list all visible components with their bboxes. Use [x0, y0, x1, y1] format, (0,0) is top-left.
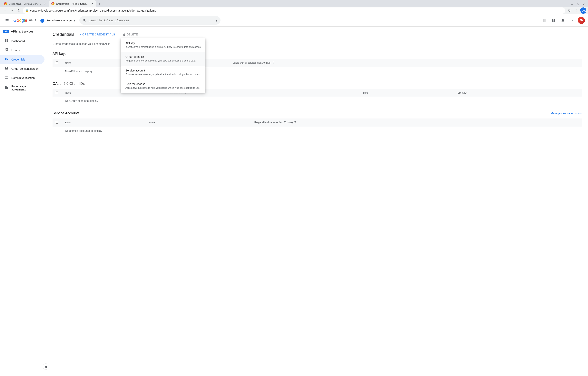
dropdown-api-key-title: API key — [125, 42, 201, 45]
service-usage-header: Usage with all services (last 30 days) ? — [251, 118, 582, 127]
sidebar-item-page-usage[interactable]: Page usage agreements — [0, 83, 44, 94]
service-checkbox-header — [53, 118, 62, 127]
browser-tab-1[interactable]: G Credentials – APIs & Services – d... ✕ — [1, 0, 49, 7]
lock-icon: 🔒 — [25, 9, 29, 12]
dropdown-item-service-account[interactable]: Service account Enables server-to-server… — [121, 66, 205, 80]
service-accounts-header: Service Accounts Manage service accounts — [53, 111, 582, 115]
service-accounts-table: Email Name ↑ Usage with all services (la… — [53, 118, 582, 135]
service-email-header: Email — [62, 118, 145, 127]
guest-label: Guest — [579, 9, 587, 12]
forward-button[interactable]: → — [9, 7, 15, 14]
browser-tab-2[interactable]: G Credentials – APIs & Services – d... ✕ — [49, 0, 96, 7]
tab2-title: Credentials – APIs & Services – d... — [56, 2, 90, 5]
manage-service-accounts-link[interactable]: Manage service accounts — [551, 112, 582, 115]
restore-button[interactable]: ⧉ — [575, 1, 581, 7]
browser-toolbar: ← → ↻ 🔒 console.developers.google.com/ap… — [0, 7, 588, 14]
sidebar-item-oauth-label: OAuth consent screen — [11, 67, 39, 70]
sidebar-item-dashboard[interactable]: Dashboard — [0, 36, 44, 46]
delete-button[interactable]: 🗑 DELETE — [120, 31, 140, 38]
collapse-sidebar-button[interactable]: ◀| — [43, 364, 49, 370]
tab2-close-icon[interactable]: ✕ — [91, 2, 94, 5]
sidebar-title: APIs & Services — [11, 30, 33, 33]
sidebar-item-library[interactable]: Library — [0, 46, 44, 55]
dropdown-api-key-desc: Identifies your project using a simple A… — [125, 45, 201, 49]
oauth-icon — [5, 66, 8, 71]
sidebar-item-credentials[interactable]: Credentials — [0, 55, 44, 64]
tab1-favicon: G — [4, 2, 7, 5]
api-keys-checkbox-header — [53, 59, 62, 67]
dropdown-help-desc: Asks a few questions to help you decide … — [125, 86, 201, 90]
url-text: console.developers.google.com/apis/crede… — [30, 9, 563, 12]
apis-label: APIs — [29, 18, 36, 22]
more-options-icon-button[interactable]: ⋮ — [568, 16, 576, 24]
more-button[interactable]: ⋮ — [573, 7, 579, 14]
back-button[interactable]: ← — [1, 7, 8, 14]
collapse-icon: ◀| — [44, 365, 47, 369]
service-name-sort-icon[interactable]: ↑ — [156, 121, 158, 124]
browser-chrome: G Credentials – APIs & Services – d... ✕… — [0, 0, 588, 14]
service-accounts-section-title: Service Accounts — [53, 111, 80, 115]
sidebar-item-domain-label: Domain verification — [11, 76, 35, 80]
credentials-icon — [5, 57, 8, 62]
sidebar-item-library-label: Library — [11, 49, 20, 52]
sidebar-item-oauth[interactable]: OAuth consent screen — [0, 64, 44, 73]
avatar-label: 3D — [580, 19, 583, 22]
api-keys-select-all[interactable] — [56, 62, 58, 64]
service-no-data-row: No service accounts to display — [53, 127, 582, 135]
sidebar-header: API APIs & Services — [0, 28, 46, 36]
tab1-close-icon[interactable]: ✕ — [44, 2, 46, 5]
minimize-button[interactable]: ─ — [569, 1, 575, 7]
oauth-no-data-row: No OAuth clients to display — [53, 97, 582, 105]
create-credentials-button[interactable]: + CREATE CREDENTIALS — [77, 31, 118, 38]
create-credentials-dropdown: API key Identifies your project using a … — [121, 38, 205, 93]
search-input[interactable] — [88, 19, 213, 22]
search-icon — [83, 19, 86, 22]
api-keys-usage-help-icon[interactable]: ? — [273, 61, 274, 65]
header-right: ⋮ 3D — [540, 16, 585, 24]
sidebar-item-page-usage-label: Page usage agreements — [11, 85, 40, 91]
dropdown-item-help-me-choose[interactable]: Help me choose Asks a few questions to h… — [121, 79, 205, 93]
tab1-title: Credentials – APIs & Services – d... — [9, 2, 42, 5]
app-header: Google APIs ⬤ discord-user-manager ▾ ▾ ⋮… — [0, 14, 588, 27]
oauth-checkbox-header — [53, 89, 62, 97]
user-avatar[interactable]: 3D — [578, 17, 585, 24]
page-title: Credentials — [53, 32, 74, 37]
dropdown-service-desc: Enables server-to-server, app-level auth… — [125, 73, 201, 76]
dropdown-help-title: Help me choose — [125, 83, 201, 86]
search-bar[interactable]: ▾ — [79, 16, 221, 25]
oauth-type-header: Type — [360, 89, 454, 97]
page-usage-icon — [5, 86, 8, 90]
address-bar[interactable]: 🔒 console.developers.google.com/apis/cre… — [23, 7, 565, 14]
dropdown-item-oauth-client-id[interactable]: OAuth client ID Requests user consent so… — [121, 52, 205, 66]
google-logo-text: Google — [13, 18, 27, 23]
guest-avatar[interactable]: Guest — [580, 7, 587, 14]
tab-bar: G Credentials – APIs & Services – d... ✕… — [0, 0, 588, 7]
google-apis-logo[interactable]: Google APIs — [13, 18, 36, 23]
oauth-select-all[interactable] — [56, 91, 58, 94]
oauth-no-data: No OAuth clients to display — [62, 97, 582, 105]
service-usage-help-icon[interactable]: ? — [294, 121, 296, 124]
api-keys-usage-header: Usage with all services (last 30 days) ? — [229, 59, 582, 67]
hamburger-menu[interactable] — [3, 16, 11, 24]
service-select-all[interactable] — [56, 121, 58, 124]
search-expand-icon[interactable]: ▾ — [215, 18, 217, 23]
extensions-button[interactable]: ⧉ — [566, 7, 572, 14]
library-icon — [5, 48, 8, 52]
apps-icon-button[interactable] — [540, 16, 548, 24]
notifications-icon-button[interactable] — [559, 16, 567, 24]
project-selector[interactable]: ⬤ discord-user-manager ▾ — [39, 17, 77, 23]
dropdown-service-title: Service account — [125, 69, 201, 72]
close-button[interactable]: ✕ — [581, 1, 587, 7]
tab2-favicon: G — [51, 2, 54, 5]
new-tab-button[interactable]: + — [96, 1, 103, 7]
dropdown-item-api-key[interactable]: API key Identifies your project using a … — [121, 38, 205, 52]
domain-icon — [5, 76, 8, 80]
dropdown-oauth-desc: Requests user consent so that your app c… — [125, 59, 201, 63]
app-body: API APIs & Services Dashboard Library Cr… — [0, 27, 588, 376]
project-name: discord-user-manager — [46, 19, 73, 22]
reload-button[interactable]: ↻ — [16, 7, 22, 14]
sidebar-item-domain[interactable]: Domain verification — [0, 73, 44, 83]
oauth-client-id-header: Client ID — [454, 89, 582, 97]
browser-actions: ⧉ ⋮ Guest — [566, 7, 587, 14]
help-icon-button[interactable] — [550, 16, 557, 24]
